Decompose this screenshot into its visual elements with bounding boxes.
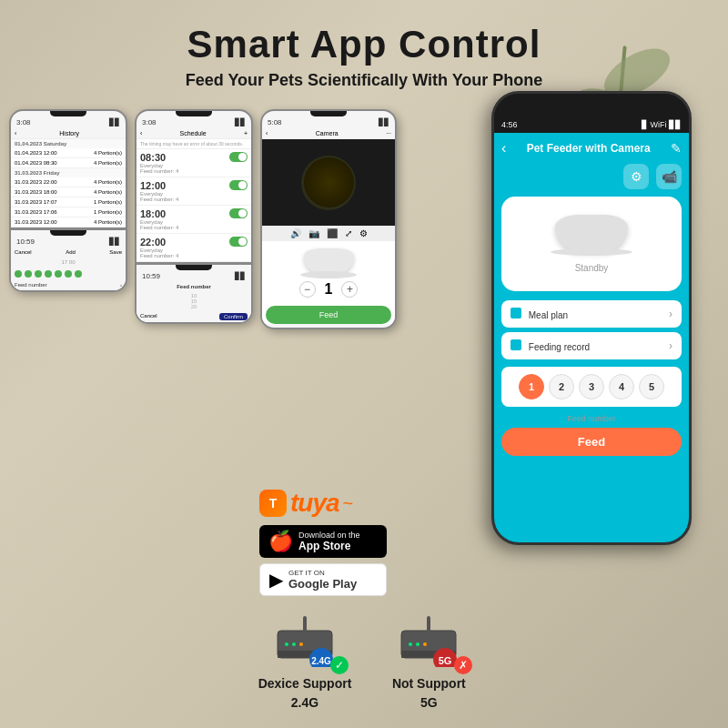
cancel-btn-p4[interactable]: Cancel: [15, 249, 32, 255]
schedule-item-3: 18:00 Everyday Feed number: 4: [136, 206, 251, 234]
gear-icon: ⚙: [631, 169, 642, 184]
phone-1-status: 3:08 ▊▊: [11, 116, 126, 128]
app-store-title: App Store: [298, 540, 360, 552]
volume-icon[interactable]: 🔊: [290, 228, 301, 238]
feed-num-2[interactable]: 2: [549, 374, 574, 399]
play-icon: ▶: [269, 569, 283, 591]
back-icon[interactable]: ‹: [15, 130, 16, 136]
feed-num-5[interactable]: 5: [639, 374, 664, 399]
camera-button[interactable]: 📹: [656, 164, 682, 189]
save-btn-p4[interactable]: Save: [109, 249, 122, 255]
app-back-icon[interactable]: ‹: [501, 140, 506, 157]
notch-cutout: [555, 94, 628, 110]
wifi-24g-check: ✓: [330, 656, 349, 674]
app-store-label: Download on the: [298, 531, 360, 541]
phones-left-section: 3:08 ▊▊ ‹ History 01.04.2023 Saturday 01…: [9, 109, 397, 329]
camera-icon[interactable]: 📷: [308, 228, 319, 238]
svg-point-13: [423, 642, 427, 646]
dot-3[interactable]: [35, 270, 42, 278]
add-btn-p4[interactable]: Add: [66, 249, 76, 255]
phone-history: 3:08 ▊▊ ‹ History 01.04.2023 Saturday 01…: [9, 109, 127, 329]
weekday-dots-p4: [11, 268, 126, 280]
dot-5[interactable]: [55, 270, 62, 278]
more-icon[interactable]: ···: [386, 130, 391, 136]
camera-title: Camera: [316, 130, 339, 136]
phone-5-section: 10:59 ▊▊ Feed number 101520 Cancel Confi…: [136, 262, 251, 322]
svg-point-3: [285, 642, 288, 646]
apple-icon: 🍎: [268, 530, 293, 553]
confirm-btn-p5[interactable]: Confirm: [219, 313, 248, 320]
svg-text:2.4G: 2.4G: [311, 656, 331, 666]
schedule-notice: The timing may have an error of about 30…: [136, 139, 251, 149]
feed-control: − 1 +: [262, 277, 395, 302]
history-row-4: 31.03.2023 18:00 4 Portion(s): [11, 187, 126, 197]
feed-num-4[interactable]: 4: [609, 374, 634, 399]
router-5g-icon: 5G: [392, 612, 465, 667]
app-store-badge[interactable]: 🍎 Download on the App Store: [259, 525, 387, 558]
toggle-1[interactable]: [229, 152, 248, 162]
main-phone-signal: ▊ WiFi ▊▊: [642, 120, 682, 129]
phone-3-status: 5:08 ▊▊: [262, 116, 395, 128]
dot-2[interactable]: [25, 270, 32, 278]
wifi-5g-item: 5G ✗ Not Support 5G: [388, 608, 470, 710]
toggle-4[interactable]: [229, 237, 248, 247]
feed-count: 1: [325, 281, 333, 298]
back-icon-3[interactable]: ‹: [266, 130, 268, 136]
phone-4-time: 10:59: [16, 238, 35, 246]
fullscreen-icon[interactable]: ⤢: [345, 228, 352, 238]
screenshot-icon[interactable]: ⬛: [327, 228, 338, 238]
phone-2-header: ‹ Schedule +: [136, 128, 251, 139]
history-row-1: 01.04.2023 12:00 4 Portion(s): [11, 148, 126, 158]
history-title: History: [59, 130, 79, 136]
svg-text:5G: 5G: [439, 655, 452, 666]
minus-button[interactable]: −: [299, 281, 316, 298]
feed-num-1[interactable]: 1: [519, 374, 544, 399]
feeding-record-label: Feeding record: [529, 342, 590, 352]
food-in-bowl: [304, 157, 354, 207]
tuya-tilde: ~: [343, 493, 354, 514]
dot-4[interactable]: [45, 270, 52, 278]
feeding-record-item[interactable]: Feeding record ›: [501, 332, 682, 359]
toggle-3[interactable]: [229, 208, 248, 218]
main-phone-notch: [494, 94, 689, 116]
history-row-2: 01.04.2023 08:30 4 Portion(s): [11, 158, 126, 168]
svg-rect-2: [303, 616, 307, 632]
phone-3-time: 5:08: [268, 118, 282, 126]
camera-toolbar: 🔊 📷 ⬛ ⤢ ⚙: [262, 226, 395, 241]
svg-point-5: [299, 642, 303, 646]
device-display: Standby: [501, 197, 682, 291]
toggle-2[interactable]: [229, 180, 248, 190]
phone-2-time: 3:08: [142, 118, 157, 126]
gear-button[interactable]: ⚙: [623, 164, 649, 189]
wifi-5g-freq: 5G: [420, 695, 438, 710]
main-phone-frame: 4:56 ▊ WiFi ▊▊ ‹ Pet Feeder with Camera …: [491, 91, 692, 545]
main-status-bar: 4:56 ▊ WiFi ▊▊: [494, 116, 689, 133]
feed-number-label: Feed number: [501, 414, 682, 423]
feed-main-button[interactable]: Feed: [501, 428, 682, 456]
page-background: Smart App Control Feed Your Pets Scienti…: [0, 0, 728, 728]
phone-2-frame: 3:08 ▊▊ ‹ Schedule + The timing may have…: [135, 109, 253, 324]
wifi-24g-item: 2.4G ✓ Dexice Support 2.4G: [258, 608, 352, 710]
settings-icon[interactable]: ⚙: [359, 228, 368, 238]
schedule-title: Schedule: [180, 130, 207, 136]
phone-camera: 5:08 ▊▊ ‹ Camera ···: [260, 109, 397, 329]
wifi-5g-label: Not Support: [392, 676, 466, 691]
bowl-icon: [304, 248, 354, 274]
google-play-badge[interactable]: ▶ GET IT ON Google Play: [259, 563, 387, 596]
feed-num-3[interactable]: 3: [579, 374, 604, 399]
dot-1[interactable]: [15, 270, 22, 278]
feed-button-camera[interactable]: Feed: [266, 306, 391, 324]
plus-button[interactable]: +: [341, 281, 358, 298]
standby-label: Standby: [511, 263, 672, 273]
history-row-6: 31.03.2023 17:06 1 Portion(s): [11, 207, 126, 217]
meal-plan-item[interactable]: Meal plan ›: [501, 300, 682, 328]
dot-7[interactable]: [75, 270, 82, 278]
schedule-item-1: 08:30 Everyday Feed number: 4: [136, 149, 251, 177]
wifi-24g-container: 2.4G ✓: [264, 608, 346, 672]
phone-1-time: 3:08: [16, 118, 31, 126]
edit-icon[interactable]: ✎: [671, 141, 682, 156]
back-icon-2[interactable]: ‹: [140, 130, 142, 136]
cancel-btn-p5[interactable]: Cancel: [140, 313, 157, 320]
dot-6[interactable]: [65, 270, 72, 278]
video-icon: 📹: [662, 169, 677, 184]
